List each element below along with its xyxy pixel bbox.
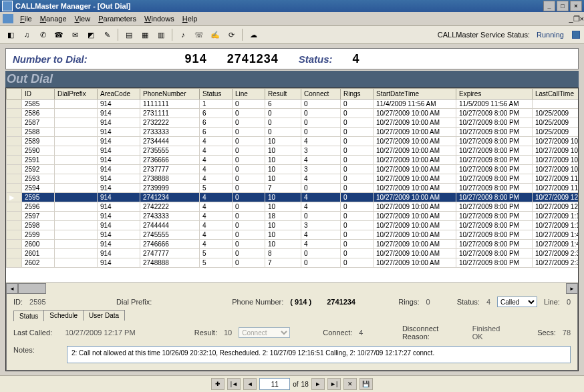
cell-start[interactable]: 10/27/2009 10:00 AM	[374, 174, 456, 184]
cell-line[interactable]: 0	[233, 230, 265, 240]
cell-stat[interactable]: 4	[200, 240, 233, 249]
cell-id[interactable]: 2587	[22, 118, 55, 128]
table-row[interactable]: 2593914273888840104010/27/2009 10:00 AM1…	[7, 174, 579, 184]
cell-res[interactable]: 0	[265, 109, 301, 118]
cell-last[interactable]: 10/27/2009 1:10 PM	[533, 221, 579, 230]
cell-start[interactable]: 11/4/2009 11:56 AM	[374, 100, 456, 109]
cell-line[interactable]: 0	[233, 165, 265, 174]
cell-conn[interactable]: 4	[301, 240, 341, 249]
cell-line[interactable]: 0	[233, 202, 265, 212]
notes-field[interactable]: 2: Call not allowed at this time 10/26/0…	[67, 346, 571, 363]
nav-prev[interactable]: ◄	[243, 378, 257, 390]
scroll-left-arrow[interactable]: ◄	[6, 283, 18, 294]
cell-res[interactable]: 10	[265, 230, 301, 240]
cell-phone[interactable]: 2738888	[140, 174, 200, 184]
table-row[interactable]: 258791427322226000010/27/2009 10:00 AM10…	[7, 118, 579, 128]
cell-stat[interactable]: 6	[200, 128, 233, 137]
row-selector[interactable]	[7, 137, 22, 146]
tool-icon-12[interactable]: ☏	[192, 28, 206, 41]
cell-ring[interactable]: 0	[341, 137, 374, 146]
cell-res[interactable]: 10	[265, 221, 301, 230]
cell-area[interactable]: 914	[98, 128, 140, 137]
cell-area[interactable]: 914	[98, 230, 140, 240]
cell-pref[interactable]	[55, 258, 98, 268]
col-dialprefix[interactable]: DialPrefix	[55, 89, 98, 100]
cell-res[interactable]: 7	[265, 258, 301, 268]
cell-ring[interactable]: 0	[341, 249, 374, 258]
cell-last[interactable]: 10/25/2009	[533, 118, 579, 128]
cell-area[interactable]: 914	[98, 156, 140, 165]
cell-pref[interactable]	[55, 128, 98, 137]
cell-stat[interactable]: 4	[200, 202, 233, 212]
cell-id[interactable]: 2594	[22, 184, 55, 193]
cell-res[interactable]: 10	[265, 146, 301, 156]
cell-conn[interactable]: 4	[301, 174, 341, 184]
cell-pref[interactable]	[55, 240, 98, 249]
col-connect[interactable]: Connect	[301, 89, 341, 100]
cell-pref[interactable]	[55, 118, 98, 128]
tool-icon-7[interactable]: ✎	[100, 28, 114, 41]
cell-area[interactable]: 914	[98, 212, 140, 221]
cell-res[interactable]: 18	[265, 212, 301, 221]
cell-last[interactable]: 10/27/2009 10:07 AM	[533, 137, 579, 146]
col-rings[interactable]: Rings	[341, 89, 374, 100]
cell-start[interactable]: 10/27/2009 10:00 AM	[374, 258, 456, 268]
cell-start[interactable]: 10/27/2009 10:00 AM	[374, 230, 456, 240]
cell-line[interactable]: 0	[233, 128, 265, 137]
cell-conn[interactable]: 0	[301, 258, 341, 268]
cell-id[interactable]: 2590	[22, 146, 55, 156]
cell-area[interactable]: 914	[98, 165, 140, 174]
cell-start[interactable]: 10/27/2009 10:00 AM	[374, 221, 456, 230]
cell-id[interactable]: 2596	[22, 202, 55, 212]
table-row[interactable]: 2598914274444440103010/27/2009 10:00 AM1…	[7, 221, 579, 230]
nav-save[interactable]: 💾	[359, 378, 373, 390]
cell-exp[interactable]: 10/27/2009 8:00 PM	[456, 249, 533, 258]
cell-conn[interactable]: 0	[301, 109, 341, 118]
cell-ring[interactable]: 0	[341, 109, 374, 118]
cell-start[interactable]: 10/27/2009 10:00 AM	[374, 212, 456, 221]
cell-phone[interactable]: 2735555	[140, 146, 200, 156]
row-selector[interactable]	[7, 174, 22, 184]
cell-id[interactable]: 2591	[22, 156, 55, 165]
cell-start[interactable]: 10/27/2009 10:00 AM	[374, 202, 456, 212]
mdi-close[interactable]: ×	[580, 15, 584, 23]
cell-last[interactable]: 10/27/2009 2:37 PM	[533, 249, 579, 258]
cell-line[interactable]: 0	[233, 249, 265, 258]
nav-position[interactable]	[259, 378, 290, 390]
cell-last[interactable]: 10/27/2009 1:47 PM	[533, 230, 579, 240]
cell-exp[interactable]: 10/27/2009 8:00 PM	[456, 174, 533, 184]
cell-stat[interactable]: 4	[200, 137, 233, 146]
tool-icon-9[interactable]: ▦	[138, 28, 152, 41]
table-row[interactable]: 2590914273555540103010/27/2009 10:00 AM1…	[7, 146, 579, 156]
cell-res[interactable]: 10	[265, 193, 301, 202]
cell-last[interactable]: 10/27/2009 12:17 PM	[533, 193, 579, 202]
cell-res[interactable]: 10	[265, 165, 301, 174]
outdial-table[interactable]: IDDialPrefixAreaCodePhoneNumberStatusLin…	[6, 88, 578, 268]
cell-last[interactable]: 10/27/2009 2:38 PM	[533, 258, 579, 268]
cell-exp[interactable]: 10/27/2009 8:00 PM	[456, 240, 533, 249]
cell-line[interactable]: 0	[233, 240, 265, 249]
cell-conn[interactable]: 4	[301, 193, 341, 202]
cell-exp[interactable]: 10/27/2009 8:00 PM	[456, 230, 533, 240]
cell-stat[interactable]: 4	[200, 212, 233, 221]
cell-line[interactable]: 0	[233, 174, 265, 184]
cell-last[interactable]: 10/27/2009 10:08 AM	[533, 146, 579, 156]
cell-last[interactable]: 10/27/2009 11:39 AM	[533, 174, 579, 184]
cell-area[interactable]: 914	[98, 258, 140, 268]
cell-area[interactable]: 914	[98, 193, 140, 202]
cell-id[interactable]: 2600	[22, 240, 55, 249]
menu-manage[interactable]: Manage	[37, 13, 72, 24]
cell-conn[interactable]: 0	[301, 249, 341, 258]
detail-status-select[interactable]: Called	[497, 297, 537, 307]
tool-icon-10[interactable]: ▥	[154, 28, 168, 41]
cell-line[interactable]: 0	[233, 109, 265, 118]
cell-last[interactable]: 10/25/2009	[533, 128, 579, 137]
cell-conn[interactable]: 0	[301, 128, 341, 137]
cell-id[interactable]: 2589	[22, 137, 55, 146]
cell-pref[interactable]	[55, 221, 98, 230]
cell-res[interactable]: 0	[265, 118, 301, 128]
tool-icon-13[interactable]: ✍	[208, 28, 222, 41]
cell-pref[interactable]	[55, 184, 98, 193]
col-status[interactable]: Status	[200, 89, 233, 100]
tab-schedule[interactable]: Schedule	[43, 310, 84, 321]
